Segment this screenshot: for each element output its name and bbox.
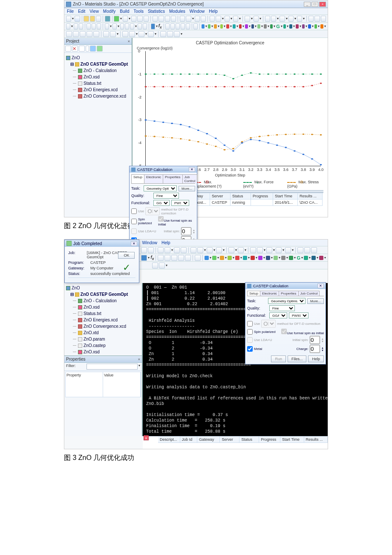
menu-modify[interactable]: Modify xyxy=(103,9,115,14)
m4-icon[interactable] xyxy=(228,256,232,260)
dlg-close-icon[interactable]: ✕ xyxy=(189,167,195,172)
m12-icon[interactable] xyxy=(289,256,293,260)
tree-root[interactable]: ZnO xyxy=(72,55,80,60)
tab-setup[interactable]: Setup xyxy=(247,291,260,296)
pause-icon[interactable] xyxy=(97,23,101,29)
folder-icon[interactable] xyxy=(84,16,89,22)
close-button[interactable]: × xyxy=(319,2,326,7)
rot-icon[interactable] xyxy=(181,23,185,29)
task-select[interactable]: Geometry Optimization xyxy=(144,185,177,191)
angle-icon[interactable] xyxy=(254,16,259,22)
col-jobid[interactable]: Job Id xyxy=(180,436,197,443)
col-start[interactable]: Start Time xyxy=(273,193,298,199)
tree-root[interactable]: ZnO xyxy=(72,286,80,290)
col-gateway[interactable]: Gateway xyxy=(197,436,220,443)
home2-icon[interactable] xyxy=(193,23,198,29)
t-hand-icon[interactable] xyxy=(148,247,154,253)
quality-select[interactable]: Fine xyxy=(153,193,179,199)
t3a-icon[interactable] xyxy=(66,31,72,37)
tree-item[interactable]: ZnO - Calculation xyxy=(84,68,117,73)
mod12-icon[interactable] xyxy=(270,24,273,29)
run-button[interactable]: Run xyxy=(271,356,286,362)
t3e-icon[interactable] xyxy=(93,31,99,37)
run-icon[interactable] xyxy=(114,16,119,22)
t-c-icon[interactable] xyxy=(197,247,203,253)
mod1-icon[interactable] xyxy=(202,24,205,29)
folder2-icon[interactable] xyxy=(90,16,95,22)
col-server[interactable]: Server xyxy=(210,193,231,199)
tool-icon[interactable] xyxy=(123,16,128,22)
pencil-icon[interactable] xyxy=(210,16,215,22)
dn-icon[interactable]: ▼ xyxy=(321,349,324,352)
tree-item[interactable]: Status.txt xyxy=(84,81,101,86)
col-progress[interactable]: Progress xyxy=(259,436,280,443)
copy2-icon[interactable] xyxy=(186,23,190,29)
prop-col[interactable]: Property xyxy=(66,372,103,397)
t-exp-icon[interactable] xyxy=(174,247,180,253)
m9-icon[interactable] xyxy=(266,256,270,260)
tree-item[interactable]: Status.txt xyxy=(84,311,101,316)
col-progress[interactable]: Progress xyxy=(251,193,273,199)
cell[interactable]: \ZnO CA... xyxy=(298,199,323,206)
tb-d-icon[interactable] xyxy=(178,255,184,261)
col-status[interactable]: Status xyxy=(231,193,251,199)
sort4-icon[interactable] xyxy=(125,23,129,29)
tree-item[interactable]: ZnO Energies.xcd xyxy=(84,318,118,322)
cut-icon[interactable] xyxy=(131,16,136,22)
grid3-icon[interactable] xyxy=(280,16,285,22)
globe-icon[interactable] xyxy=(105,16,110,22)
chart-icon[interactable] xyxy=(66,23,70,29)
tab-properties[interactable]: Properties xyxy=(163,174,182,183)
project-close-icon[interactable]: × xyxy=(128,39,130,43)
maximize-button[interactable]: □ xyxy=(311,2,318,7)
menu-help[interactable]: Help xyxy=(209,9,218,14)
val-col[interactable]: Value xyxy=(103,372,141,397)
t3m-icon[interactable] xyxy=(167,31,173,37)
func1-select[interactable]: GGA xyxy=(153,200,170,206)
grid-icon[interactable] xyxy=(265,16,270,22)
files-button[interactable]: Files... xyxy=(288,356,307,362)
m15-icon[interactable] xyxy=(319,256,323,260)
m5-icon[interactable] xyxy=(235,256,239,260)
proj-del-icon[interactable]: ✕ xyxy=(72,46,78,52)
filter-icon[interactable] xyxy=(130,23,134,29)
t3d-icon[interactable] xyxy=(86,31,92,37)
col-status[interactable]: Status xyxy=(239,436,259,443)
measure-icon[interactable] xyxy=(245,16,250,22)
m3-icon[interactable] xyxy=(220,256,224,260)
t-misc-icon[interactable] xyxy=(181,247,187,253)
t-s1-icon[interactable] xyxy=(297,247,303,253)
t-s2-icon[interactable] xyxy=(304,247,310,253)
m6-icon[interactable] xyxy=(243,256,247,260)
sel-icon[interactable] xyxy=(165,23,170,29)
m13-icon[interactable] xyxy=(304,256,308,260)
t3k-icon[interactable] xyxy=(148,31,154,37)
mod18-icon[interactable] xyxy=(314,24,317,29)
t-mn-icon[interactable] xyxy=(276,247,282,253)
col-descript[interactable]: Descript... xyxy=(158,436,180,443)
play-icon[interactable] xyxy=(86,23,91,29)
grid2-icon[interactable] xyxy=(271,16,276,22)
t3j-icon[interactable] xyxy=(138,31,144,37)
t-pen-icon[interactable] xyxy=(190,247,196,253)
proj-doc-icon[interactable] xyxy=(79,46,85,52)
cube-icon[interactable] xyxy=(297,16,302,22)
tree-item[interactable]: ZnO Convergence.xcd xyxy=(84,324,126,329)
proj-refresh-icon[interactable] xyxy=(90,46,96,52)
mod17-icon[interactable] xyxy=(308,24,311,29)
t3n-icon[interactable] xyxy=(174,31,180,37)
t3i-icon[interactable] xyxy=(129,31,135,37)
mod9-icon[interactable] xyxy=(251,24,254,29)
tab-properties[interactable]: Properties xyxy=(279,291,298,296)
t-ring-icon[interactable] xyxy=(216,247,222,253)
proj-new-icon[interactable] xyxy=(65,46,71,52)
hand-icon[interactable] xyxy=(159,16,164,22)
t3f-icon[interactable] xyxy=(103,31,109,37)
mod11-icon[interactable] xyxy=(264,24,267,29)
mod5-icon[interactable] xyxy=(226,24,229,29)
home-icon[interactable] xyxy=(180,16,185,22)
metal-checkbox[interactable] xyxy=(247,346,253,352)
new-icon[interactable] xyxy=(66,16,71,22)
m10-icon[interactable] xyxy=(274,256,278,260)
t-ang-icon[interactable] xyxy=(238,247,244,253)
